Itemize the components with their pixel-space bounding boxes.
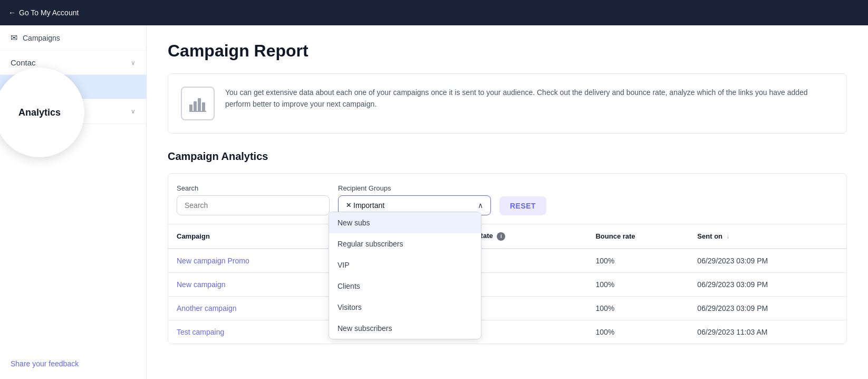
recipient-tag: ✕ Important — [346, 201, 384, 210]
campaigns-table: Campaign Recipients Click To Open Rate i… — [168, 224, 846, 344]
bounce-rate: 100% — [587, 249, 689, 273]
sent-on: 06/29/2023 03:09 PM — [689, 249, 846, 273]
campaign-link[interactable]: New campaign — [177, 280, 226, 289]
table-row: New campaign Important 0% 100% 06/29/202… — [168, 272, 846, 296]
sender-chevron-icon: ∨ — [131, 108, 136, 115]
top-bar: ← Go To My Account — [0, 0, 868, 25]
section-title: Campaign Analytics — [168, 150, 847, 163]
dropdown-item-clients[interactable]: Clients — [329, 276, 481, 297]
th-bounce-rate: Bounce rate — [587, 224, 689, 249]
info-icon[interactable]: i — [497, 232, 505, 241]
svg-rect-0 — [189, 105, 192, 111]
sent-on: 06/29/2023 03:09 PM — [689, 272, 846, 296]
svg-rect-2 — [198, 98, 201, 111]
bounce-rate: 100% — [587, 320, 689, 344]
contacts-label: Contac — [11, 58, 36, 67]
info-banner: You can get extensive data about each on… — [168, 73, 847, 134]
svg-rect-3 — [202, 102, 205, 111]
selected-tag-label: Important — [353, 201, 384, 210]
campaign-name: New campaign Promo — [168, 249, 330, 273]
sent-on: 06/29/2023 03:09 PM — [689, 296, 846, 320]
recipient-dropdown-menu: New subs Regular subscribers VIP Clients… — [329, 212, 481, 339]
bounce-rate: 100% — [587, 272, 689, 296]
campaign-link[interactable]: Test campaing — [177, 328, 224, 336]
go-back-link[interactable]: Go To My Account — [19, 8, 79, 17]
contacts-item-left: Contac — [11, 58, 36, 67]
table-row: Another campaign Important 0% 100% 06/29… — [168, 296, 846, 320]
sidebar-feedback: Share your feedback — [0, 348, 146, 379]
th-sent-on[interactable]: Sent on ↓ — [689, 224, 846, 249]
search-input[interactable] — [177, 195, 330, 215]
info-text: You can get extensive data about each on… — [225, 87, 834, 110]
campaign-name: New campaign — [168, 272, 330, 296]
dropdown-item-new-subs[interactable]: New subs — [329, 212, 481, 233]
chart-icon — [181, 87, 215, 120]
campaigns-item-left: ✉ Campaigns — [11, 33, 60, 43]
dropdown-item-new-subscribers[interactable]: New subscribers — [329, 318, 481, 339]
tag-remove-icon[interactable]: ✕ — [346, 202, 351, 209]
campaign-link[interactable]: Another campaign — [177, 304, 237, 312]
th-campaign: Campaign — [168, 224, 330, 249]
table-body: New campaign Promo Important 0% 100% 06/… — [168, 249, 846, 344]
sort-icon: ↓ — [726, 233, 729, 240]
dropdown-item-visitors[interactable]: Visitors — [329, 297, 481, 318]
recipient-groups-label: Recipient Groups — [338, 184, 491, 192]
table-header: Campaign Recipients Click To Open Rate i… — [168, 224, 846, 249]
campaigns-label: Campaigns — [23, 34, 60, 42]
dropdown-item-regular[interactable]: Regular subscribers — [329, 233, 481, 254]
svg-rect-1 — [194, 101, 197, 111]
sidebar: Analytics ✉ Campaigns Contac ∨ ⊞ Analyti… — [0, 25, 147, 379]
search-filter-group: Search — [177, 184, 330, 215]
analytics-bubble-label: Analytics — [18, 107, 61, 118]
contacts-chevron-icon: ∨ — [131, 59, 136, 67]
dropdown-chevron-icon: ∧ — [478, 201, 483, 210]
campaign-link[interactable]: New campaign Promo — [177, 257, 249, 265]
feedback-link[interactable]: Share your feedback — [11, 359, 79, 368]
main-content: Campaign Report You can get extensive da… — [147, 25, 868, 379]
filters-row: Search Recipient Groups ✕ Important ∧ — [168, 174, 846, 224]
dropdown-item-vip[interactable]: VIP — [329, 254, 481, 276]
layout: Analytics ✉ Campaigns Contac ∨ ⊞ Analyti… — [0, 25, 868, 379]
sent-on: 06/29/2023 11:03 AM — [689, 320, 846, 344]
reset-button[interactable]: RESET — [499, 196, 546, 215]
recipient-filter-group: Recipient Groups ✕ Important ∧ New subs … — [338, 184, 491, 215]
table-row: Test campaing Important 0% 100% 06/29/20… — [168, 320, 846, 344]
campaign-name: Test campaing — [168, 320, 330, 344]
analytics-bubble: Analytics — [0, 68, 84, 157]
search-label: Search — [177, 184, 330, 192]
table-row: New campaign Promo Important 0% 100% 06/… — [168, 249, 846, 273]
back-arrow-icon: ← — [8, 8, 16, 17]
campaign-name: Another campaign — [168, 296, 330, 320]
campaigns-icon: ✉ — [11, 33, 17, 43]
analytics-table-container: Search Recipient Groups ✕ Important ∧ — [168, 173, 847, 344]
sidebar-item-campaigns[interactable]: ✉ Campaigns — [0, 25, 146, 51]
page-title: Campaign Report — [168, 41, 847, 61]
bounce-rate: 100% — [587, 296, 689, 320]
